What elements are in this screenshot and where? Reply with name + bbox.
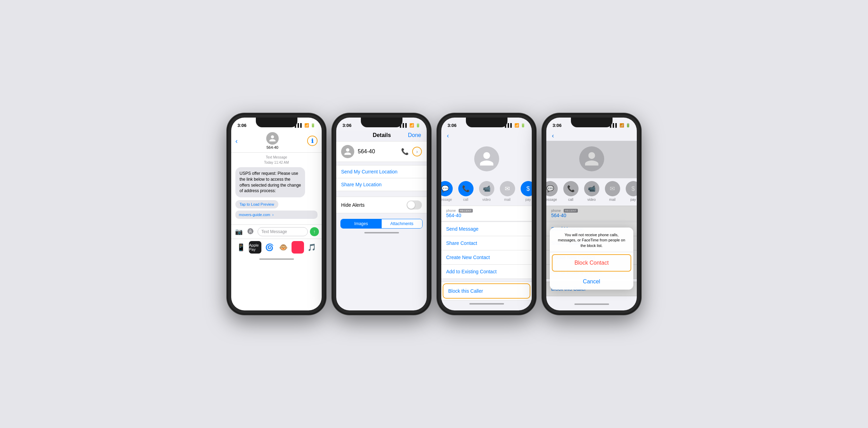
share-contact-option[interactable]: Share Contact: [441, 236, 532, 250]
message-text-input[interactable]: Text Message: [258, 227, 308, 236]
video-circle: 📹: [479, 181, 494, 196]
camera-icon[interactable]: 📷: [234, 227, 244, 237]
send-location-row[interactable]: Send My Current Location: [336, 165, 427, 178]
action-call[interactable]: 📞 call: [458, 181, 474, 202]
video-label: video: [483, 198, 491, 202]
wifi-icon-1: 📶: [304, 123, 309, 128]
messages-nav: ‹ 564-40 ℹ: [231, 131, 322, 153]
pay-circle: $: [521, 181, 532, 196]
message-bubble: USPS offer request: Please use the link …: [235, 167, 305, 197]
details-done-button[interactable]: Done: [408, 132, 421, 138]
phones-container: 3:06 ▌▌▌ 📶 🔋 ‹ 564-40 ℹ: [227, 113, 641, 315]
dock-applepay[interactable]: Apple Pay: [249, 241, 261, 254]
action-video[interactable]: 📹 video: [479, 181, 494, 202]
segment-images[interactable]: Images: [341, 219, 382, 228]
phone-text-3: phone: [446, 209, 456, 213]
phone4-nav: ‹: [546, 131, 637, 141]
phone3-wrapper: 3:06 ▌▌▌ 📶 🔋 ‹ 💬 message: [437, 113, 536, 315]
contact-header-4: [546, 141, 637, 178]
send-button[interactable]: ↑: [310, 227, 319, 236]
block-alert-overlay: You will not receive phone calls, messag…: [550, 228, 633, 290]
message-input-bar: 📷 🅐 Text Message ↑: [231, 224, 322, 239]
action-call-4: 📞 call: [563, 181, 579, 202]
info-button[interactable]: ℹ: [307, 136, 318, 146]
back-button-1[interactable]: ‹: [235, 137, 238, 145]
mail-circle-4: ✉: [605, 181, 620, 196]
details-avatar: [341, 145, 354, 158]
phone4-screen: 3:06 ▌▌▌ 📶 🔋 ‹ 💬: [546, 118, 637, 310]
battery-3: 🔋: [521, 123, 526, 128]
link-arrow: ›: [272, 213, 274, 217]
dock-red[interactable]: [292, 241, 304, 254]
nav-center-1: 564-40: [266, 132, 279, 149]
battery-icon-1: 🔋: [311, 123, 315, 128]
home-indicator-1: [259, 258, 294, 260]
home-indicator-3: [469, 303, 504, 305]
call-label: call: [463, 198, 468, 202]
phone-call-icon[interactable]: 📞: [401, 148, 409, 155]
home-indicator-2: [364, 232, 399, 233]
phone-number-4: 564-40: [551, 213, 632, 218]
time-2: 3:06: [342, 123, 351, 128]
hide-alerts-toggle[interactable]: [407, 200, 422, 209]
time-1: 3:06: [237, 123, 246, 128]
dock-music[interactable]: 🎵: [306, 241, 318, 254]
status-icons-3: ▌▌▌ 📶 🔋: [505, 123, 526, 128]
action-mail[interactable]: ✉ mail: [500, 181, 515, 202]
options-section-3: Send Message Share Contact Create New Co…: [441, 222, 532, 279]
phone-label-4: phone RECENT: [551, 209, 632, 213]
details-nav: Details Done: [336, 131, 427, 141]
dock-animoji[interactable]: 🐵: [277, 241, 290, 254]
alert-message-text: You will not receive phone calls, messag…: [550, 228, 633, 252]
action-pay[interactable]: $ pay: [521, 181, 532, 202]
create-new-contact-option[interactable]: Create New Contact: [441, 250, 532, 265]
pay-circle-4: $: [626, 181, 637, 196]
phone-number-3[interactable]: 564-40: [446, 213, 527, 218]
add-existing-option[interactable]: Add to Existing Contact: [441, 265, 532, 279]
mail-label: mail: [504, 198, 510, 202]
dock-appstore[interactable]: 📱: [235, 241, 247, 254]
phone2-wrapper: 3:06 ▌▌▌ 📶 🔋 Details Done 564-40 📞 ›: [332, 113, 431, 315]
back-button-3[interactable]: ‹: [447, 132, 449, 139]
phone4-wrapper: 3:06 ▌▌▌ 📶 🔋 ‹ 💬: [542, 113, 641, 315]
status-icons-4: ▌▌▌ 📶 🔋: [610, 123, 631, 128]
hide-alerts-label: Hide Alerts: [341, 202, 365, 208]
mail-circle: ✉: [500, 181, 515, 196]
phone3-nav: ‹: [441, 131, 532, 141]
details-title: Details: [373, 132, 391, 138]
action-pay-4: $ pay: [626, 181, 637, 202]
send-message-option[interactable]: Send Message: [441, 222, 532, 236]
chevron-button[interactable]: ›: [412, 147, 422, 156]
phone-info-row-4: phone RECENT 564-40: [546, 206, 637, 221]
share-location-row[interactable]: Share My Location: [336, 178, 427, 191]
link-preview[interactable]: movers-guide.com ›: [235, 211, 318, 219]
phone2-screen: 3:06 ▌▌▌ 📶 🔋 Details Done 564-40 📞 ›: [336, 118, 427, 310]
block-border-3: Block this Caller: [443, 283, 530, 299]
status-icons-2: ▌▌▌ 📶 🔋: [400, 123, 420, 128]
msg-label-4: message: [546, 198, 557, 202]
phone-info-row-3: phone RECENT 564-40: [441, 206, 532, 221]
phone-label-3: phone RECENT: [446, 209, 527, 213]
phone-text-4: phone: [551, 209, 561, 213]
call-circle: 📞: [458, 181, 474, 196]
block-caller-button-3[interactable]: Block this Caller: [443, 284, 530, 298]
msg-circle-4: 💬: [546, 181, 558, 196]
contact-actions-3: 💬 message 📞 call 📹 video ✉ mail $ p: [441, 178, 532, 206]
mail-label-4: mail: [609, 198, 615, 202]
messages-area: Text Message Today 11:42 AM USPS offer r…: [231, 153, 322, 224]
pay-label-4: pay: [630, 198, 636, 202]
block-contact-button[interactable]: Block Contact: [553, 255, 631, 271]
appstore-icon[interactable]: 🅐: [246, 227, 255, 237]
action-message[interactable]: 💬 message: [441, 181, 453, 202]
dock-activity[interactable]: 🌀: [263, 241, 276, 254]
cancel-button[interactable]: Cancel: [550, 274, 633, 290]
contact-name-1: 564-40: [267, 145, 278, 149]
tap-preview[interactable]: Tap to Load Preview: [235, 200, 278, 208]
wifi-2: 📶: [409, 123, 414, 128]
link-text: movers-guide.com: [239, 213, 270, 217]
block-contact-border: Block Contact: [552, 254, 631, 272]
segment-control: Images Attachments: [340, 219, 423, 229]
back-button-4: ‹: [552, 132, 554, 139]
time-4: 3:06: [553, 123, 562, 128]
segment-attachments[interactable]: Attachments: [382, 219, 423, 228]
